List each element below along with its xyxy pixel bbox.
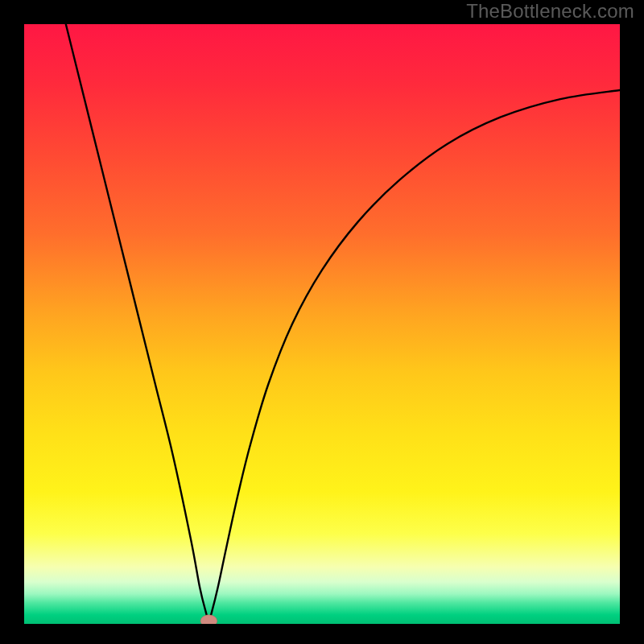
watermark-text: TheBottleneck.com [466, 0, 634, 23]
bottleneck-chart [24, 24, 620, 624]
chart-container: TheBottleneck.com [0, 0, 644, 644]
gradient-background [24, 24, 620, 624]
plot-area [24, 24, 620, 624]
